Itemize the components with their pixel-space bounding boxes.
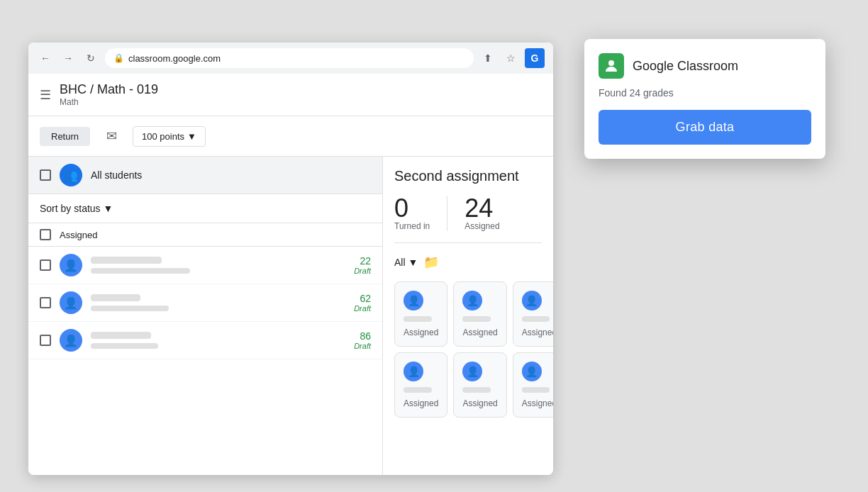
assigned-count: 24 xyxy=(464,196,499,221)
table-row: 👤 62 Draft xyxy=(28,284,382,322)
student-detail-placeholder xyxy=(91,343,158,349)
toolbar-row: Return ✉ 100 points ▼ xyxy=(28,116,553,157)
grade-value: 62 xyxy=(343,293,371,304)
avatar: 👤 xyxy=(404,291,423,311)
card-status: Assigned xyxy=(404,328,438,337)
points-label: 100 points xyxy=(142,131,184,142)
return-button[interactable]: Return xyxy=(40,127,90,146)
all-students-checkbox[interactable] xyxy=(40,169,51,181)
browser-window: ← → ↻ 🔒 classroom.google.com ⬆ ☆ G ☰ BHC… xyxy=(28,43,553,475)
upload-icon[interactable]: ⬆ xyxy=(479,50,496,67)
avatar: 👤 xyxy=(522,362,542,381)
card-status: Assigned xyxy=(522,398,553,408)
points-chevron-icon: ▼ xyxy=(187,131,196,142)
list-item: 👤 Assigned xyxy=(453,352,506,418)
card-status: Assigned xyxy=(462,398,497,408)
url-text: classroom.google.com xyxy=(128,53,221,64)
card-name-placeholder xyxy=(404,316,432,322)
student-info xyxy=(91,257,334,274)
student-detail-placeholder xyxy=(91,268,190,274)
filter-chevron-icon: ▼ xyxy=(408,257,418,268)
sort-chevron-icon: ▼ xyxy=(104,203,113,214)
turned-in-stat: 0 Turned in xyxy=(394,196,447,231)
avatar: 👤 xyxy=(462,291,482,311)
star-icon[interactable]: ☆ xyxy=(502,50,519,67)
student-grade: 22 Draft xyxy=(343,255,371,275)
forward-button[interactable]: → xyxy=(60,50,77,67)
class-info: BHC / Math - 019 Math xyxy=(60,82,158,107)
student-checkbox[interactable] xyxy=(40,335,51,346)
avatar: 👤 xyxy=(404,362,423,381)
avatar: 👤 xyxy=(60,291,82,314)
student-cards-grid: 👤 Assigned 👤 Assigned 👤 Assigned xyxy=(394,281,542,418)
card-name-placeholder xyxy=(522,387,550,393)
card-status: Assigned xyxy=(522,328,553,337)
card-status: Assigned xyxy=(462,328,497,337)
folder-icon[interactable]: 📁 xyxy=(423,255,439,270)
all-students-row: 👥 All students xyxy=(28,157,382,194)
class-subtitle: Math xyxy=(60,97,158,107)
student-detail-placeholder xyxy=(91,306,169,311)
assigned-label: Assigned xyxy=(464,221,499,231)
student-info xyxy=(91,332,334,349)
list-item: 👤 Assigned xyxy=(513,281,553,347)
extension-popup: Google Classroom Found 24 grades Grab da… xyxy=(584,39,825,159)
refresh-button[interactable]: ↻ xyxy=(82,50,99,67)
grab-data-button[interactable]: Grab data xyxy=(599,110,811,145)
filter-row: All ▼ 📁 xyxy=(394,255,542,270)
students-area: 👥 All students Sort by status ▼ Assigned xyxy=(28,157,553,475)
popup-title: Google Classroom xyxy=(633,59,738,74)
card-name-placeholder xyxy=(522,316,550,322)
list-item: 👤 Assigned xyxy=(394,352,447,418)
avatar: 👤 xyxy=(60,254,82,276)
browser-actions: ⬆ ☆ G xyxy=(479,48,545,68)
email-button[interactable]: ✉ xyxy=(99,123,124,149)
address-bar[interactable]: 🔒 classroom.google.com xyxy=(105,48,474,68)
student-name-placeholder xyxy=(91,332,151,339)
filter-label: All xyxy=(394,257,406,268)
avatar: 👤 xyxy=(522,291,542,311)
student-name-placeholder xyxy=(91,257,162,264)
student-checkbox[interactable] xyxy=(40,297,51,308)
grade-value: 22 xyxy=(343,255,371,267)
grade-value: 86 xyxy=(343,330,371,342)
sort-dropdown[interactable]: Sort by status ▼ xyxy=(40,203,371,214)
list-item: 👤 Assigned xyxy=(513,352,553,418)
filter-dropdown[interactable]: All ▼ xyxy=(394,257,418,268)
g-extension-icon[interactable]: G xyxy=(525,48,545,68)
avatar: 👤 xyxy=(462,362,482,381)
grade-status: Draft xyxy=(343,342,371,350)
lock-icon: 🔒 xyxy=(113,53,124,63)
assignment-title: Second assignment xyxy=(394,168,542,184)
sort-label: Sort by status xyxy=(40,203,101,214)
stats-row: 0 Turned in 24 Assigned xyxy=(394,196,542,243)
turned-in-count: 0 xyxy=(394,196,430,221)
back-button[interactable]: ← xyxy=(37,50,54,67)
turned-in-label: Turned in xyxy=(394,221,430,231)
classroom-content: ☰ BHC / Math - 019 Math Return ✉ 100 poi… xyxy=(28,74,553,475)
grade-status: Draft xyxy=(343,304,371,313)
assigned-stat: 24 Assigned xyxy=(464,196,516,231)
student-checkbox[interactable] xyxy=(40,259,51,271)
assigned-checkbox[interactable] xyxy=(40,229,51,240)
browser-toolbar: ← → ↻ 🔒 classroom.google.com ⬆ ☆ G xyxy=(28,43,553,74)
classroom-header: ☰ BHC / Math - 019 Math xyxy=(28,74,553,116)
points-dropdown[interactable]: 100 points ▼ xyxy=(133,126,206,147)
card-name-placeholder xyxy=(462,316,491,322)
assignment-panel: Second assignment 0 Turned in 24 Assigne… xyxy=(383,157,553,475)
assigned-section-header: Assigned xyxy=(28,223,382,247)
hamburger-menu-icon[interactable]: ☰ xyxy=(40,87,51,103)
assigned-section-label: Assigned xyxy=(60,230,97,240)
student-grade: 62 Draft xyxy=(343,293,371,313)
classroom-extension-icon xyxy=(599,53,624,79)
card-name-placeholder xyxy=(404,387,432,393)
sort-row: Sort by status ▼ xyxy=(28,194,382,223)
popup-header: Google Classroom xyxy=(599,53,811,79)
student-info xyxy=(91,294,334,311)
list-item: 👤 Assigned xyxy=(394,281,447,347)
popup-found-text: Found 24 grades xyxy=(599,87,811,99)
table-row: 👤 22 Draft xyxy=(28,247,382,284)
avatar: 👤 xyxy=(60,329,82,352)
class-title: BHC / Math - 019 xyxy=(60,82,158,97)
list-item: 👤 Assigned xyxy=(453,281,506,347)
